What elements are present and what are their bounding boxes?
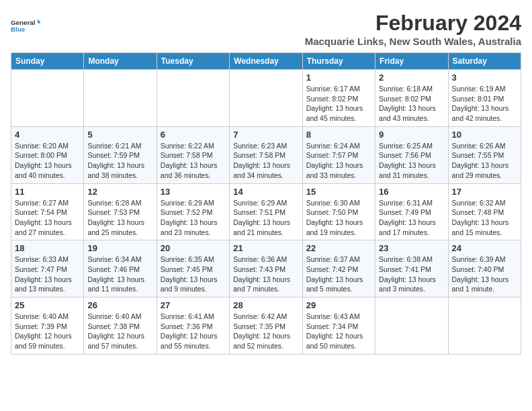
calendar-cell: 24Sunrise: 6:39 AM Sunset: 7:40 PM Dayli… [448, 240, 521, 298]
day-info: Sunrise: 6:30 AM Sunset: 7:50 PM Dayligh… [306, 198, 371, 238]
month-title: February 2024 [305, 11, 521, 36]
day-info: Sunrise: 6:22 AM Sunset: 7:58 PM Dayligh… [161, 141, 226, 181]
day-info: Sunrise: 6:34 AM Sunset: 7:46 PM Dayligh… [87, 255, 152, 294]
day-info: Sunrise: 6:41 AM Sunset: 7:36 PM Dayligh… [161, 312, 226, 351]
calendar-cell: 16Sunrise: 6:31 AM Sunset: 7:49 PM Dayli… [375, 183, 448, 240]
day-number: 6 [161, 130, 226, 140]
day-info: Sunrise: 6:39 AM Sunset: 7:40 PM Dayligh… [452, 255, 517, 294]
calendar-week-row: 18Sunrise: 6:33 AM Sunset: 7:47 PM Dayli… [11, 240, 521, 298]
calendar-cell: 12Sunrise: 6:28 AM Sunset: 7:53 PM Dayli… [84, 183, 157, 240]
day-info: Sunrise: 6:31 AM Sunset: 7:49 PM Dayligh… [379, 198, 444, 238]
calendar-cell [375, 298, 448, 355]
calendar-cell: 25Sunrise: 6:40 AM Sunset: 7:39 PM Dayli… [11, 298, 84, 355]
day-number: 29 [306, 300, 371, 310]
calendar-cell [448, 298, 521, 355]
calendar-cell: 17Sunrise: 6:32 AM Sunset: 7:48 PM Dayli… [448, 183, 521, 240]
day-info: Sunrise: 6:29 AM Sunset: 7:52 PM Dayligh… [161, 198, 226, 238]
day-number: 23 [379, 243, 444, 253]
svg-marker-2 [38, 19, 40, 23]
calendar-cell: 22Sunrise: 6:37 AM Sunset: 7:42 PM Dayli… [302, 240, 375, 298]
day-number: 25 [15, 300, 80, 310]
calendar-cell: 9Sunrise: 6:25 AM Sunset: 7:56 PM Daylig… [375, 126, 448, 183]
calendar-cell: 8Sunrise: 6:24 AM Sunset: 7:57 PM Daylig… [302, 126, 375, 183]
day-info: Sunrise: 6:28 AM Sunset: 7:53 PM Dayligh… [87, 198, 152, 238]
day-number: 14 [233, 187, 298, 197]
calendar-cell: 27Sunrise: 6:41 AM Sunset: 7:36 PM Dayli… [157, 298, 229, 355]
day-number: 7 [233, 130, 298, 140]
day-number: 4 [15, 130, 80, 140]
calendar-day-header: Wednesday [230, 53, 302, 70]
day-number: 22 [306, 243, 371, 253]
day-info: Sunrise: 6:36 AM Sunset: 7:43 PM Dayligh… [233, 255, 298, 294]
calendar-header-row: SundayMondayTuesdayWednesdayThursdayFrid… [11, 53, 521, 70]
day-number: 13 [161, 187, 226, 197]
day-number: 3 [452, 73, 517, 83]
calendar-cell: 7Sunrise: 6:23 AM Sunset: 7:58 PM Daylig… [230, 126, 302, 183]
day-number: 26 [87, 300, 152, 310]
calendar-week-row: 11Sunrise: 6:27 AM Sunset: 7:54 PM Dayli… [11, 183, 521, 240]
calendar-cell: 5Sunrise: 6:21 AM Sunset: 7:59 PM Daylig… [84, 126, 157, 183]
day-info: Sunrise: 6:32 AM Sunset: 7:48 PM Dayligh… [452, 198, 517, 238]
day-number: 21 [233, 243, 298, 253]
calendar-cell [230, 70, 302, 127]
calendar-cell: 11Sunrise: 6:27 AM Sunset: 7:54 PM Dayli… [11, 183, 84, 240]
calendar-cell: 6Sunrise: 6:22 AM Sunset: 7:58 PM Daylig… [157, 126, 229, 183]
day-number: 18 [15, 243, 80, 253]
svg-text:General: General [11, 19, 36, 26]
day-number: 17 [452, 187, 517, 197]
calendar-cell [84, 70, 157, 127]
day-info: Sunrise: 6:19 AM Sunset: 8:01 PM Dayligh… [452, 84, 517, 124]
calendar-cell: 28Sunrise: 6:42 AM Sunset: 7:35 PM Dayli… [230, 298, 302, 355]
day-number: 16 [379, 187, 444, 197]
day-number: 5 [87, 130, 152, 140]
title-section: February 2024 Macquarie Links, New South… [305, 11, 521, 47]
calendar-cell: 4Sunrise: 6:20 AM Sunset: 8:00 PM Daylig… [11, 126, 84, 183]
day-info: Sunrise: 6:40 AM Sunset: 7:38 PM Dayligh… [87, 312, 152, 351]
calendar-week-row: 1Sunrise: 6:17 AM Sunset: 8:02 PM Daylig… [11, 70, 521, 127]
day-number: 20 [161, 243, 226, 253]
calendar-cell: 18Sunrise: 6:33 AM Sunset: 7:47 PM Dayli… [11, 240, 84, 298]
day-number: 9 [379, 130, 444, 140]
day-info: Sunrise: 6:26 AM Sunset: 7:55 PM Dayligh… [452, 141, 517, 181]
day-number: 2 [379, 73, 444, 83]
day-info: Sunrise: 6:24 AM Sunset: 7:57 PM Dayligh… [306, 141, 371, 181]
calendar-week-row: 4Sunrise: 6:20 AM Sunset: 8:00 PM Daylig… [11, 126, 521, 183]
day-info: Sunrise: 6:27 AM Sunset: 7:54 PM Dayligh… [15, 198, 80, 238]
day-info: Sunrise: 6:18 AM Sunset: 8:02 PM Dayligh… [379, 84, 444, 124]
day-number: 10 [452, 130, 517, 140]
calendar-cell: 2Sunrise: 6:18 AM Sunset: 8:02 PM Daylig… [375, 70, 448, 127]
day-number: 12 [87, 187, 152, 197]
calendar-cell: 13Sunrise: 6:29 AM Sunset: 7:52 PM Dayli… [157, 183, 229, 240]
day-number: 24 [452, 243, 517, 253]
day-info: Sunrise: 6:37 AM Sunset: 7:42 PM Dayligh… [306, 255, 371, 294]
day-info: Sunrise: 6:20 AM Sunset: 8:00 PM Dayligh… [15, 141, 80, 181]
calendar-day-header: Monday [84, 53, 157, 70]
calendar-cell: 20Sunrise: 6:35 AM Sunset: 7:45 PM Dayli… [157, 240, 229, 298]
day-number: 19 [87, 243, 152, 253]
calendar-cell: 15Sunrise: 6:30 AM Sunset: 7:50 PM Dayli… [302, 183, 375, 240]
page-header: General Blue February 2024 Macquarie Lin… [11, 11, 521, 47]
day-number: 28 [233, 300, 298, 310]
day-info: Sunrise: 6:33 AM Sunset: 7:47 PM Dayligh… [15, 255, 80, 294]
day-info: Sunrise: 6:38 AM Sunset: 7:41 PM Dayligh… [379, 255, 444, 294]
day-number: 11 [15, 187, 80, 197]
calendar-day-header: Tuesday [157, 53, 229, 70]
calendar-day-header: Sunday [11, 53, 84, 70]
calendar-cell [157, 70, 229, 127]
calendar: SundayMondayTuesdayWednesdayThursdayFrid… [11, 52, 521, 355]
calendar-cell: 3Sunrise: 6:19 AM Sunset: 8:01 PM Daylig… [448, 70, 521, 127]
day-number: 1 [306, 73, 371, 83]
svg-text:Blue: Blue [11, 26, 26, 33]
day-info: Sunrise: 6:42 AM Sunset: 7:35 PM Dayligh… [233, 312, 298, 351]
day-info: Sunrise: 6:29 AM Sunset: 7:51 PM Dayligh… [233, 198, 298, 238]
calendar-cell: 29Sunrise: 6:43 AM Sunset: 7:34 PM Dayli… [302, 298, 375, 355]
location-title: Macquarie Links, New South Wales, Austra… [305, 36, 521, 47]
calendar-cell: 21Sunrise: 6:36 AM Sunset: 7:43 PM Dayli… [230, 240, 302, 298]
day-info: Sunrise: 6:21 AM Sunset: 7:59 PM Dayligh… [87, 141, 152, 181]
calendar-day-header: Friday [375, 53, 448, 70]
logo-svg: General Blue [11, 11, 40, 40]
day-number: 8 [306, 130, 371, 140]
day-info: Sunrise: 6:25 AM Sunset: 7:56 PM Dayligh… [379, 141, 444, 181]
day-info: Sunrise: 6:23 AM Sunset: 7:58 PM Dayligh… [233, 141, 298, 181]
calendar-cell: 1Sunrise: 6:17 AM Sunset: 8:02 PM Daylig… [302, 70, 375, 127]
